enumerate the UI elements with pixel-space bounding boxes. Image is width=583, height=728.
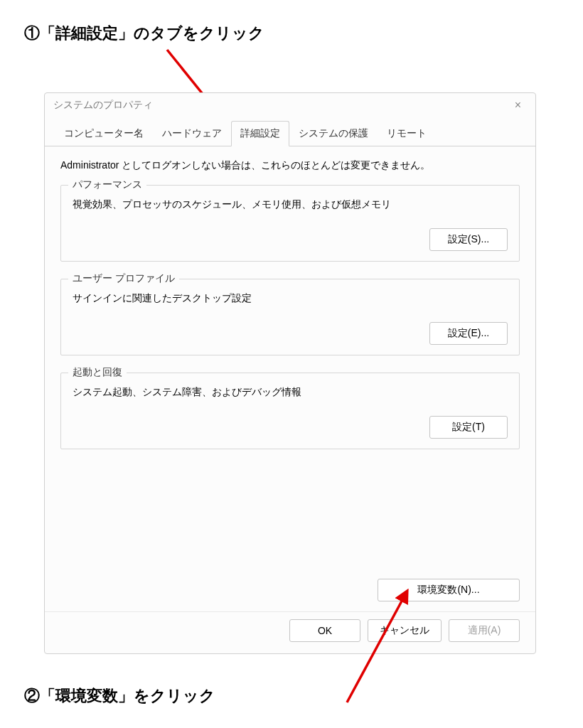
ok-button[interactable]: OK (289, 619, 360, 642)
tab-system-protection[interactable]: システムの保護 (289, 121, 378, 146)
dialog-footer: OK キャンセル 適用(A) (45, 611, 535, 653)
tab-hardware[interactable]: ハードウェア (153, 121, 231, 146)
tab-remote[interactable]: リモート (378, 121, 436, 146)
performance-desc: 視覚効果、プロセッサのスケジュール、メモリ使用、および仮想メモリ (73, 198, 508, 211)
close-icon[interactable]: × (509, 96, 527, 114)
performance-legend: パフォーマンス (68, 178, 146, 191)
startup-legend: 起動と回復 (68, 366, 127, 379)
annotation-step-2: ②「環境変数」をクリック (24, 685, 215, 707)
startup-settings-button[interactable]: 設定(T) (429, 416, 508, 439)
performance-group: パフォーマンス 視覚効果、プロセッサのスケジュール、メモリ使用、および仮想メモリ… (60, 185, 520, 262)
performance-settings-button[interactable]: 設定(S)... (429, 228, 508, 251)
startup-group: 起動と回復 システム起動、システム障害、およびデバッグ情報 設定(T) (60, 373, 520, 449)
environment-variables-button[interactable]: 環境変数(N)... (378, 579, 520, 601)
user-profile-legend: ユーザー プロファイル (68, 272, 179, 285)
startup-desc: システム起動、システム障害、およびデバッグ情報 (73, 386, 508, 399)
dialog-title: システムのプロパティ (53, 99, 153, 112)
user-profile-settings-button[interactable]: 設定(E)... (429, 322, 508, 345)
tab-strip: コンピューター名 ハードウェア 詳細設定 システムの保護 リモート (45, 120, 535, 146)
apply-button[interactable]: 適用(A) (449, 619, 520, 642)
system-properties-dialog: システムのプロパティ × コンピューター名 ハードウェア 詳細設定 システムの保… (44, 92, 536, 654)
annotation-step-1: ①「詳細設定」のタブをクリック (24, 23, 264, 44)
tab-advanced[interactable]: 詳細設定 (231, 121, 289, 146)
tab-content: Administrator としてログオンしない場合は、これらのほとんどは変更で… (45, 146, 535, 579)
user-profile-group: ユーザー プロファイル サインインに関連したデスクトップ設定 設定(E)... (60, 279, 520, 355)
titlebar: システムのプロパティ × (45, 93, 535, 117)
cancel-button[interactable]: キャンセル (368, 619, 442, 642)
tab-computer-name[interactable]: コンピューター名 (55, 121, 153, 146)
admin-note: Administrator としてログオンしない場合は、これらのほとんどは変更で… (60, 159, 520, 172)
user-profile-desc: サインインに関連したデスクトップ設定 (73, 292, 508, 305)
